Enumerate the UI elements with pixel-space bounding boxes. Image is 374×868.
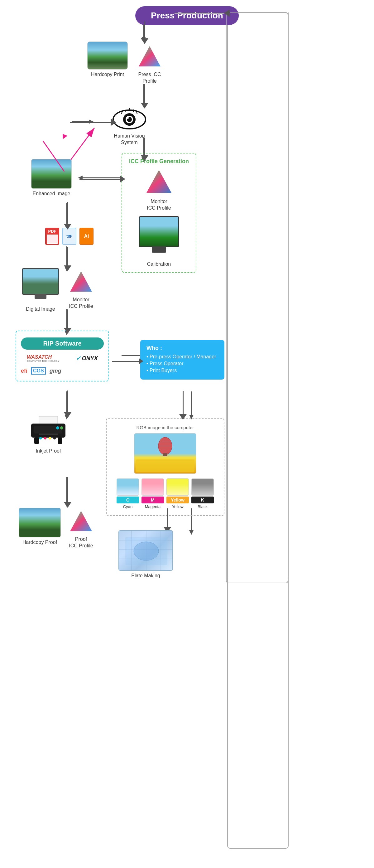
digital-image-section: Digital Image: [22, 268, 59, 312]
svg-marker-33: [139, 46, 161, 66]
who-item-1: • Pre-press Operator / Manager: [146, 354, 218, 360]
cgs-logo: CGS: [31, 367, 46, 375]
digital-image-label: Digital Image: [26, 306, 55, 312]
who-item-2: • Press Operator: [146, 361, 218, 367]
svg-point-71: [134, 542, 159, 560]
wasatch-logo: WASATCH COMPUTER TECHNOLOGY: [27, 354, 59, 363]
press-icc-section: Press ICCProfile: [137, 44, 162, 85]
pdf-icon: PDF: [45, 228, 59, 245]
magenta-arrowhead: [61, 132, 68, 139]
monitor-icc-section: MonitorICC Profile: [69, 270, 94, 310]
calibration-label: Calibration: [147, 261, 171, 268]
arrow-left-eye: [70, 119, 116, 126]
svg-rect-56: [34, 438, 39, 444]
arrow-1: [141, 21, 148, 44]
calibration-screen: [140, 217, 178, 246]
rgb-flower-image: [134, 433, 196, 474]
monitor-icc-label: MonitorICC Profile: [69, 297, 93, 310]
inkjet-to-proof-arrow: [64, 477, 71, 508]
icc-gen-title: ICC Profile Generation: [127, 158, 191, 165]
svg-point-38: [127, 117, 129, 119]
plate-making-label: Plate Making: [131, 572, 160, 579]
hardcopy-print-section: Hardcopy Print: [87, 41, 128, 78]
cyan-name: Cyan: [123, 504, 132, 509]
monitor-icc-gamut: [69, 270, 94, 295]
svg-rect-60: [163, 453, 167, 456]
calibration-monitor: [139, 216, 179, 247]
inkjet-proof-label: Inkjet Proof: [36, 448, 61, 455]
arrow-4: [64, 202, 71, 229]
yellow-label: Yellow: [166, 497, 189, 503]
svg-point-52: [39, 437, 42, 439]
enhanced-image-label: Enhanced Image: [33, 191, 70, 197]
hardcopy-proof-label: Hardcopy Proof: [23, 539, 57, 546]
svg-point-51: [60, 426, 63, 430]
press-icc-gamut: [137, 44, 162, 69]
efi-logo: efi: [21, 368, 27, 374]
svg-point-54: [48, 437, 51, 439]
svg-point-53: [44, 437, 46, 439]
digital-monitor: [22, 268, 59, 295]
hardcopy-print-image: [87, 41, 128, 69]
digital-screen: [23, 269, 58, 294]
magenta-image: [141, 478, 164, 496]
hardcopy-print-label: Hardcopy Print: [91, 71, 124, 78]
proof-icc-gamut: [69, 509, 94, 534]
magenta-channel: M Magenta: [141, 478, 164, 509]
gmg-logo: gmg: [49, 368, 61, 374]
plate-making-image: [118, 530, 173, 571]
rip-to-who-arrow: [112, 358, 143, 364]
arrow-2: [141, 84, 148, 108]
svg-marker-45: [70, 271, 92, 291]
arrow-7: [64, 391, 71, 418]
svg-rect-0: [228, 12, 288, 848]
cmyk-channels: C Cyan M Magenta Yellow Yellow K Black: [113, 478, 217, 509]
black-label: K: [191, 497, 214, 503]
monitor-icc-gamut-gen: [145, 168, 173, 196]
svg-line-42: [125, 110, 125, 112]
monitor-icc-label-gen: MonitorICC Profile: [147, 198, 171, 212]
hardcopy-proof-section: Hardcopy Proof: [19, 508, 61, 546]
enhanced-image: [31, 159, 72, 189]
hardcopy-proof-row: Hardcopy Proof ProofICC Profile: [19, 508, 94, 549]
svg-marker-44: [146, 170, 171, 193]
human-vision-label: Human VisionSystem: [114, 133, 145, 146]
proof-icc-label: ProofICC Profile: [69, 536, 93, 549]
cyan-channel: C Cyan: [116, 478, 139, 509]
black-channel: K Black: [191, 478, 214, 509]
who-title: Who :: [146, 345, 218, 351]
feedback-loop-border: [226, 12, 288, 583]
black-image: [191, 478, 214, 496]
file-formats-section: PDF tIfF Ai: [45, 228, 94, 245]
inkjet-proof-section: Inkjet Proof: [28, 415, 69, 455]
eye-icon: [112, 107, 146, 131]
hardcopy-proof-image: [19, 508, 61, 537]
tiff-icon: tIfF: [62, 228, 76, 245]
rip-software-box: RIP Software WASATCH COMPUTER TECHNOLOGY…: [15, 331, 109, 381]
svg-rect-49: [39, 434, 58, 435]
icc-profile-generation-box: ICC Profile Generation MonitorICC Profil…: [122, 153, 196, 273]
svg-rect-46: [39, 416, 58, 424]
arrow-6: [64, 309, 71, 334]
svg-marker-63: [70, 511, 92, 531]
svg-rect-57: [58, 438, 62, 444]
arrow-3: [141, 138, 148, 161]
ai-icon: Ai: [79, 228, 94, 245]
who-item-3: • Print Buyers: [146, 368, 218, 373]
svg-point-50: [56, 426, 59, 430]
rip-software-title: RIP Software: [21, 338, 104, 350]
yellow-image: [166, 478, 189, 496]
onyx-logo: ✓ ONYX: [76, 355, 98, 362]
magenta-name: Magenta: [145, 504, 161, 509]
svg-line-43: [133, 110, 134, 112]
press-icc-label: Press ICCProfile: [138, 71, 161, 85]
rgb-image-box: RGB image in the computer: [106, 418, 225, 516]
cmyk-to-plate-arrow: [164, 508, 171, 533]
arrow-icc-to-enhanced: [79, 175, 125, 183]
proof-icc-section: ProofICC Profile: [69, 509, 94, 549]
enhanced-image-section: Enhanced Image: [31, 159, 72, 197]
svg-point-55: [53, 437, 56, 439]
arrow-5: [64, 247, 71, 271]
digital-image-row: Digital Image MonitorICC Profile: [22, 268, 94, 312]
rgb-image-label: RGB image in the computer: [113, 425, 217, 430]
